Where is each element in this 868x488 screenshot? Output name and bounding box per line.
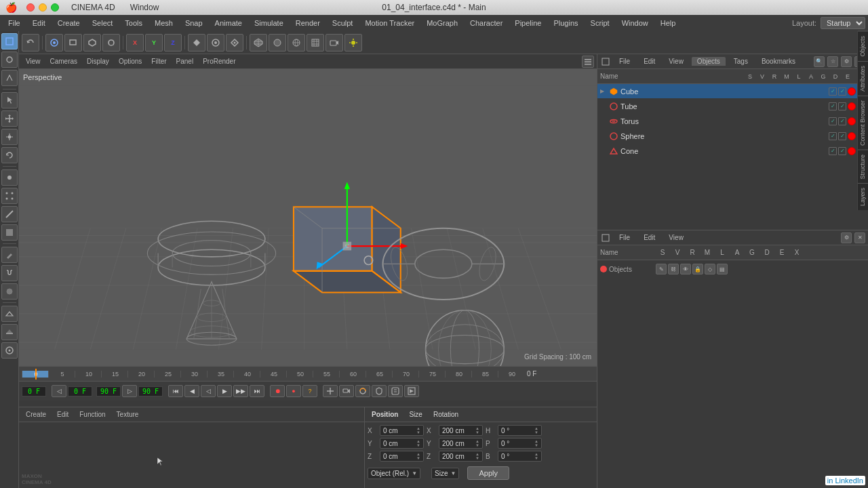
cube-view-button[interactable] bbox=[250, 34, 267, 52]
point-mode[interactable] bbox=[1, 188, 18, 204]
light-button[interactable] bbox=[344, 34, 362, 52]
viewport-options-icon[interactable] bbox=[582, 56, 594, 68]
apply-button[interactable]: Apply bbox=[467, 466, 509, 480]
menu-edit[interactable]: Edit bbox=[27, 18, 51, 28]
auto-record-button[interactable]: ● bbox=[286, 385, 301, 397]
cube-dot[interactable] bbox=[848, 87, 856, 96]
minimize-button[interactable] bbox=[39, 3, 47, 12]
cone-check[interactable]: ✓ bbox=[829, 147, 837, 155]
knife-tool[interactable] bbox=[1, 247, 18, 263]
maximize-button[interactable] bbox=[51, 3, 59, 12]
rot-h-field[interactable]: 0 ° ▲▼ bbox=[498, 425, 542, 436]
rotate-tool[interactable] bbox=[1, 147, 18, 163]
polygon-mode[interactable] bbox=[1, 224, 18, 241]
editor-button[interactable] bbox=[388, 385, 403, 397]
move-tool[interactable] bbox=[1, 110, 18, 127]
menu-pipeline[interactable]: Pipeline bbox=[509, 18, 547, 28]
grid-button[interactable] bbox=[307, 34, 324, 52]
tube-dot[interactable] bbox=[848, 102, 856, 110]
next-frame-button[interactable]: ▷ bbox=[122, 385, 137, 397]
start-frame-display[interactable]: 0 F bbox=[68, 386, 92, 396]
vtab-objects[interactable]: Objects bbox=[858, 54, 868, 61]
coords-edit-tab[interactable]: Edit bbox=[638, 233, 660, 242]
panel-menu[interactable]: Panel bbox=[172, 57, 198, 66]
select-tool[interactable] bbox=[1, 92, 18, 108]
coords-file-tab[interactable]: File bbox=[614, 233, 635, 242]
prev-frame-button[interactable]: ◁ bbox=[52, 385, 66, 397]
rh-down[interactable]: ▼ bbox=[534, 430, 538, 434]
cameras-menu[interactable]: Cameras bbox=[46, 57, 82, 66]
next-key-button[interactable]: ▶▶ bbox=[233, 385, 248, 397]
record-button[interactable] bbox=[207, 34, 224, 52]
menu-mograph[interactable]: MoGraph bbox=[421, 18, 463, 28]
obj-cube-row[interactable]: ▶ Cube ✓ ✓ bbox=[597, 84, 868, 99]
cone-dot[interactable] bbox=[848, 147, 856, 155]
py-down[interactable]: ▼ bbox=[416, 443, 420, 447]
obj-geo-icon[interactable]: ◇ bbox=[705, 264, 715, 274]
camera-nav-button[interactable] bbox=[339, 385, 354, 397]
y-axis-button[interactable]: Y bbox=[145, 34, 163, 52]
workplane-tool[interactable] bbox=[1, 306, 18, 322]
timeline-ruler[interactable]: 0 5 10 15 20 25 30 35 40 45 50 55 bbox=[19, 367, 597, 382]
cone-vis[interactable]: ✓ bbox=[838, 147, 846, 155]
menu-window[interactable]: Window bbox=[616, 18, 654, 28]
search-icon[interactable]: 🔍 bbox=[814, 56, 825, 67]
play-button[interactable]: ▶ bbox=[217, 385, 232, 397]
menu-tools[interactable]: Tools bbox=[119, 18, 148, 28]
snap-tool[interactable] bbox=[1, 342, 18, 359]
display-menu[interactable]: Display bbox=[83, 57, 113, 66]
pz-down[interactable]: ▼ bbox=[416, 456, 420, 460]
menu-mesh[interactable]: Mesh bbox=[149, 18, 178, 28]
menu-create[interactable]: Create bbox=[52, 18, 85, 28]
wireframe-button[interactable] bbox=[288, 34, 305, 52]
obj-tube-row[interactable]: Tube ✓ ✓ bbox=[597, 99, 868, 114]
torus-vis[interactable]: ✓ bbox=[838, 117, 846, 125]
menu-snap[interactable]: Snap bbox=[180, 18, 208, 28]
titlebar-app[interactable]: CINEMA 4D bbox=[68, 1, 118, 14]
undo-button[interactable] bbox=[22, 34, 39, 52]
object-mode-dropdown[interactable]: Object (Rel.) ▼ bbox=[368, 468, 420, 479]
tab-bookmarks[interactable]: Bookmarks bbox=[756, 57, 801, 66]
vtab-attributes[interactable]: Attributes bbox=[858, 61, 868, 96]
bookmark-icon[interactable]: ☆ bbox=[827, 56, 838, 67]
obj-torus-row[interactable]: Torus ✓ ✓ bbox=[597, 114, 868, 129]
sx-down[interactable]: ▼ bbox=[475, 430, 479, 434]
tube-vis[interactable]: ✓ bbox=[838, 102, 846, 110]
sphere-vis[interactable]: ✓ bbox=[838, 132, 846, 140]
z-axis-button[interactable]: Z bbox=[164, 34, 182, 52]
poly-selection-button[interactable] bbox=[83, 34, 101, 52]
rb-down[interactable]: ▼ bbox=[534, 456, 538, 460]
size-x-field[interactable]: 200 cm ▲▼ bbox=[439, 425, 483, 436]
rect-selection-button[interactable] bbox=[64, 34, 82, 52]
obj-link-icon[interactable]: ⛓ bbox=[668, 264, 679, 274]
x-axis-button[interactable]: X bbox=[126, 34, 144, 52]
cube-vis[interactable]: ✓ bbox=[838, 87, 846, 96]
objects-coord-row[interactable]: Objects ✎ ⛓ 👁 🔒 ◇ ▤ bbox=[600, 263, 865, 275]
pos-y-field[interactable]: 0 cm ▲▼ bbox=[380, 438, 424, 449]
vtab-content-browser[interactable]: Content Browser bbox=[858, 96, 868, 150]
floor-tool[interactable] bbox=[1, 324, 18, 340]
mat-edit-button[interactable]: Edit bbox=[53, 410, 73, 419]
paint-tool[interactable] bbox=[1, 283, 18, 300]
menu-animate[interactable]: Animate bbox=[210, 18, 248, 28]
menu-sculpt[interactable]: Sculpt bbox=[327, 18, 359, 28]
menu-script[interactable]: Script bbox=[585, 18, 615, 28]
mat-function-button[interactable]: Function bbox=[75, 410, 109, 419]
sphere-view-button[interactable] bbox=[269, 34, 286, 52]
rot-p-field[interactable]: 0 ° ▲▼ bbox=[498, 438, 542, 449]
settings-icon[interactable]: ⚙ bbox=[841, 56, 852, 67]
sphere-dot[interactable] bbox=[848, 132, 856, 140]
obj-vis-icon[interactable]: 👁 bbox=[680, 264, 691, 274]
vtab-layers[interactable]: Layers bbox=[858, 183, 868, 210]
rot-b-field[interactable]: 0 ° ▲▼ bbox=[498, 451, 542, 462]
menu-simulate[interactable]: Simulate bbox=[249, 18, 289, 28]
record-active-button[interactable]: ⏺ bbox=[270, 385, 285, 397]
pos-x-field[interactable]: 0 cm ▲▼ bbox=[380, 425, 424, 436]
scale-tool[interactable] bbox=[1, 129, 18, 145]
tube-check[interactable]: ✓ bbox=[829, 102, 837, 110]
view-menu[interactable]: View bbox=[22, 57, 45, 66]
model-mode-button[interactable] bbox=[1, 33, 18, 49]
mat-texture-button[interactable]: Texture bbox=[113, 410, 143, 419]
preview-end-display[interactable]: 90 F bbox=[138, 386, 163, 396]
torus-check[interactable]: ✓ bbox=[829, 117, 837, 125]
